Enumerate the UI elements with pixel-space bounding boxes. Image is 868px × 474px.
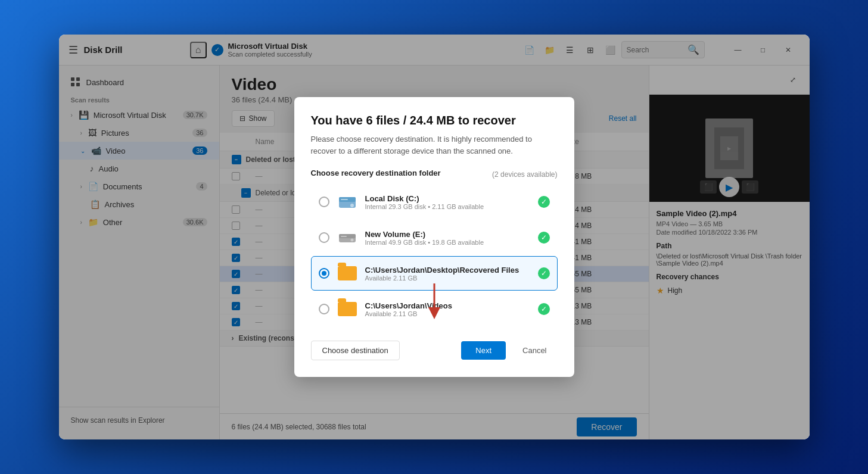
next-button[interactable]: Next — [461, 341, 506, 360]
dest-info-new-volume: New Volume (E:) Internal 49.9 GB disk • … — [365, 230, 531, 246]
radio-new-volume[interactable] — [319, 232, 329, 243]
modal-title: You have 6 files / 24.4 MB to recover — [311, 114, 558, 127]
svg-point-9 — [350, 239, 353, 242]
svg-rect-10 — [341, 236, 347, 237]
modal-description: Please choose recovery destination. It i… — [311, 133, 558, 157]
modal-section-label: Choose recovery destination folder — [311, 169, 441, 177]
dest-info-videos: C:\Users\Jordan\Videos Available 2.11 GB — [365, 301, 531, 317]
dest-check-recovered-files: ✓ — [538, 267, 550, 279]
dest-name-local-disk: Local Disk (C:) — [365, 194, 531, 203]
destination-item-local-disk[interactable]: Local Disk (C:) Internal 29.3 GB disk • … — [311, 185, 558, 219]
modal-overlay: You have 6 files / 24.4 MB to recover Pl… — [59, 35, 810, 439]
svg-point-5 — [350, 204, 354, 207]
dest-meta-recovered-files: Available 2.11 GB — [365, 275, 531, 282]
dest-name-videos: C:\Users\Jordan\Videos — [365, 301, 531, 310]
dest-name-new-volume: New Volume (E:) — [365, 230, 531, 239]
dest-check-local-disk: ✓ — [538, 196, 550, 208]
dest-icon-recovered-files — [337, 263, 358, 284]
destination-item-videos[interactable]: C:\Users\Jordan\Videos Available 2.11 GB… — [311, 292, 558, 326]
dest-check-new-volume: ✓ — [538, 232, 550, 244]
choose-destination-button[interactable]: Choose destination — [311, 341, 400, 360]
dest-name-recovered-files: C:\Users\Jordan\Desktop\Recovered Files — [365, 266, 531, 275]
dest-check-videos: ✓ — [538, 303, 550, 315]
destination-list: Local Disk (C:) Internal 29.3 GB disk • … — [311, 185, 558, 326]
radio-videos[interactable] — [319, 304, 329, 314]
dest-info-local-disk: Local Disk (C:) Internal 29.3 GB disk • … — [365, 194, 531, 210]
radio-recovered-files[interactable] — [319, 268, 329, 279]
dest-info-recovered-files: C:\Users\Jordan\Desktop\Recovered Files … — [365, 266, 531, 282]
dest-meta-new-volume: Internal 49.9 GB disk • 19.8 GB availabl… — [365, 239, 531, 246]
dest-meta-videos: Available 2.11 GB — [365, 310, 531, 317]
dest-icon-hdd — [337, 191, 358, 213]
svg-rect-6 — [341, 199, 348, 200]
modal-section-header: Choose recovery destination folder (2 de… — [311, 169, 558, 180]
destination-item-new-volume[interactable]: New Volume (E:) Internal 49.9 GB disk • … — [311, 220, 558, 255]
cancel-button[interactable]: Cancel — [512, 341, 557, 360]
radio-local-disk[interactable] — [319, 197, 329, 207]
modal-footer: Choose destination Next Cancel — [311, 341, 558, 360]
app-window: ☰ Disk Drill ⌂ ✓ Microsoft Virtual Disk … — [59, 35, 810, 439]
dest-icon-videos — [337, 298, 358, 320]
destination-item-recovered-files[interactable]: C:\Users\Jordan\Desktop\Recovered Files … — [311, 256, 558, 291]
recovery-destination-modal: You have 6 files / 24.4 MB to recover Pl… — [294, 97, 574, 377]
dest-icon-new-volume — [337, 227, 358, 248]
dest-meta-local-disk: Internal 29.3 GB disk • 2.11 GB availabl… — [365, 203, 531, 210]
modal-devices-count: (2 devices available) — [492, 170, 557, 179]
